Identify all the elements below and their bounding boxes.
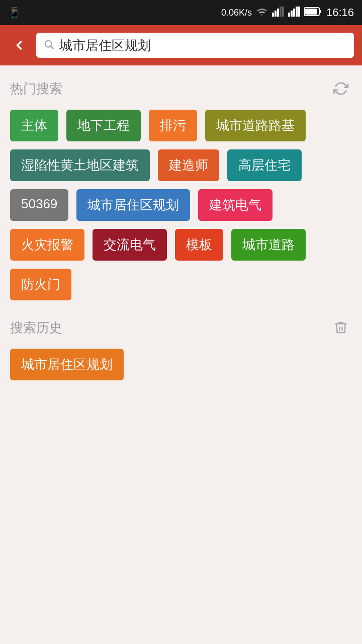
tag-模板[interactable]: 模板	[175, 229, 223, 261]
hot-search-title: 热门搜索	[10, 80, 62, 98]
delete-history-button[interactable]	[330, 316, 352, 339]
svg-rect-12	[305, 9, 317, 15]
status-right: 0.06K/s	[221, 6, 354, 19]
svg-rect-7	[293, 9, 295, 17]
history-tags: 城市居住区规划	[10, 349, 352, 380]
svg-line-14	[51, 46, 53, 49]
network-speed: 0.06K/s	[221, 8, 252, 18]
tag-排污[interactable]: 排污	[149, 110, 197, 141]
svg-rect-6	[291, 11, 293, 17]
status-left: 📱	[8, 7, 21, 19]
tag-城市居住区规划[interactable]: 城市居住区规划	[76, 189, 190, 221]
content-area: 热门搜索 主体 地下工程 排污 城市道路路基 湿陷性黄土地区建筑 建造师 高层住…	[0, 65, 362, 396]
svg-rect-4	[282, 7, 284, 17]
svg-rect-11	[319, 10, 321, 13]
tag-城市道路[interactable]: 城市道路	[231, 229, 306, 261]
history-tag-城市居住区规划[interactable]: 城市居住区规划	[10, 349, 124, 380]
svg-rect-2	[277, 9, 279, 17]
tag-火灾报警[interactable]: 火灾报警	[10, 229, 84, 261]
refresh-button[interactable]	[330, 77, 352, 100]
search-history-section: 搜索历史 城市居住区规划	[10, 316, 352, 380]
svg-rect-3	[280, 7, 282, 17]
hot-search-tags: 主体 地下工程 排污 城市道路路基 湿陷性黄土地区建筑 建造师 高层住宅 503…	[10, 110, 352, 300]
battery-icon	[304, 7, 322, 19]
tag-防火门[interactable]: 防火门	[10, 269, 71, 300]
header	[0, 25, 362, 65]
tag-建造师[interactable]: 建造师	[158, 149, 219, 181]
signal-icon	[272, 7, 284, 19]
phone-icon: 📱	[8, 7, 21, 19]
search-history-header: 搜索历史	[10, 316, 352, 339]
tag-建筑电气[interactable]: 建筑电气	[198, 189, 273, 221]
back-button[interactable]	[8, 34, 30, 56]
svg-point-13	[45, 41, 52, 47]
tag-湿陷性黄土地区建筑[interactable]: 湿陷性黄土地区建筑	[10, 149, 150, 181]
search-icon	[43, 39, 54, 52]
tag-交流电气[interactable]: 交流电气	[93, 229, 167, 261]
svg-rect-9	[298, 7, 300, 17]
tag-50369[interactable]: 50369	[10, 189, 68, 221]
search-input[interactable]	[59, 38, 347, 53]
search-box[interactable]	[36, 33, 354, 58]
status-bar: 📱 0.06K/s	[0, 0, 362, 25]
svg-rect-8	[296, 7, 298, 17]
tag-主体[interactable]: 主体	[10, 110, 58, 141]
hot-search-section: 热门搜索 主体 地下工程 排污 城市道路路基 湿陷性黄土地区建筑 建造师 高层住…	[10, 77, 352, 300]
svg-rect-5	[288, 13, 290, 17]
signal2-icon	[288, 7, 300, 19]
search-history-title: 搜索历史	[10, 319, 62, 337]
svg-rect-0	[272, 13, 274, 17]
tag-城市道路路基[interactable]: 城市道路路基	[205, 110, 306, 141]
time-display: 16:16	[326, 6, 354, 19]
wifi-icon	[256, 7, 268, 19]
hot-search-header: 热门搜索	[10, 77, 352, 100]
svg-rect-1	[275, 11, 277, 17]
tag-高层住宅[interactable]: 高层住宅	[227, 149, 302, 181]
tag-地下工程[interactable]: 地下工程	[66, 110, 141, 141]
